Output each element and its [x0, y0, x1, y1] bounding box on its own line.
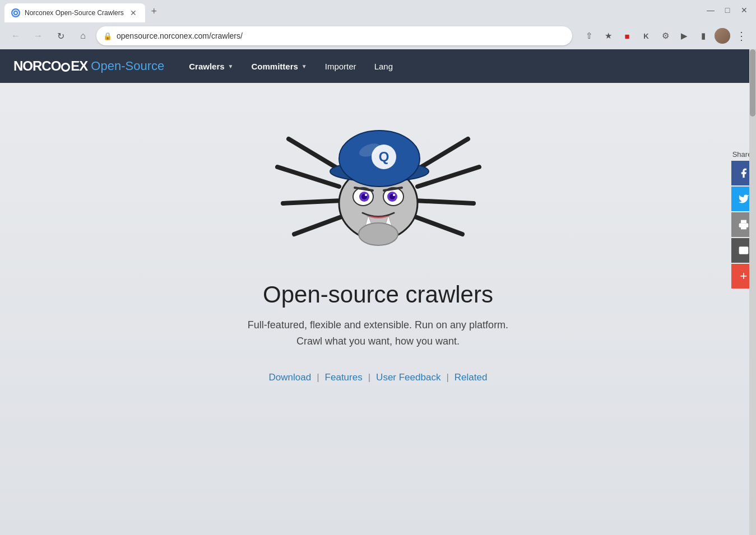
nav-importer[interactable]: Importer — [316, 49, 365, 83]
page-content: NORCOEX Open-Source Crawlers ▼ Committer… — [0, 49, 756, 535]
extension-k-icon[interactable]: K — [638, 28, 654, 44]
separator-3: | — [446, 372, 448, 383]
svg-point-19 — [365, 194, 367, 196]
separator-1: | — [317, 372, 319, 383]
reload-button[interactable]: ↻ — [52, 27, 69, 45]
hero-subtitle-line2: Crawl what you want, how you want. — [248, 333, 508, 350]
download-link[interactable]: Download — [269, 372, 312, 383]
title-bar: Norconex Open-Source Crawlers ✕ + — □ ✕ — [0, 0, 756, 22]
nav-lang[interactable]: Lang — [365, 49, 402, 83]
toolbar-icons: ⇧ ★ ■ K ⚙ ▶ ▮ ⋮ — [581, 28, 749, 44]
hero-links: Download | Features | User Feedback | Re… — [269, 372, 488, 383]
svg-rect-29 — [741, 226, 746, 230]
user-avatar[interactable] — [715, 28, 730, 44]
svg-point-28 — [359, 223, 398, 245]
features-link[interactable]: Features — [325, 372, 363, 383]
tab-title: Norconex Open-Source Crawlers — [25, 9, 124, 17]
security-lock-icon: 🔒 — [103, 32, 112, 40]
separator-2: | — [368, 372, 370, 383]
brand-name: NORCOEX — [13, 58, 87, 74]
nav-items: Crawlers ▼ Committers ▼ Importer Lang — [180, 49, 402, 83]
back-button[interactable]: ← — [7, 27, 25, 45]
sidebar-icon[interactable]: ▮ — [695, 28, 711, 44]
nav-crawlers[interactable]: Crawlers ▼ — [180, 49, 242, 83]
svg-line-8 — [415, 201, 474, 203]
spider-illustration: Q — [272, 105, 485, 264]
svg-line-9 — [409, 215, 462, 234]
svg-point-23 — [393, 194, 395, 196]
hero-section: Q — [0, 83, 756, 535]
svg-line-3 — [277, 167, 339, 187]
nav-committers[interactable]: Committers ▼ — [243, 49, 316, 83]
share-icon[interactable]: ⇧ — [581, 28, 597, 44]
shield-icon[interactable]: ■ — [619, 28, 635, 44]
svg-text:Q: Q — [378, 149, 389, 164]
hero-subtitle-line1: Full-featured, flexible and extensible. … — [248, 317, 508, 333]
browser-frame: Norconex Open-Source Crawlers ✕ + — □ ✕ … — [0, 0, 756, 535]
site-navigation: NORCOEX Open-Source Crawlers ▼ Committer… — [0, 49, 756, 83]
user-feedback-link[interactable]: User Feedback — [376, 372, 440, 383]
hero-subtitle: Full-featured, flexible and extensible. … — [248, 317, 508, 350]
brand-opensource-text: Open-Source — [91, 59, 164, 73]
tab-favicon — [11, 8, 20, 17]
svg-line-5 — [294, 215, 347, 234]
bookmark-icon[interactable]: ★ — [600, 28, 616, 44]
forward-button[interactable]: → — [29, 27, 47, 45]
site-wrapper: NORCOEX Open-Source Crawlers ▼ Committer… — [0, 49, 756, 535]
scrollbar[interactable] — [749, 49, 756, 535]
puzzle-icon[interactable]: ⚙ — [657, 28, 673, 44]
svg-line-4 — [283, 201, 342, 203]
committers-caret: ▼ — [302, 63, 307, 69]
home-button[interactable]: ⌂ — [74, 27, 92, 45]
media-icon[interactable]: ▶ — [676, 28, 692, 44]
menu-icon[interactable]: ⋮ — [734, 28, 749, 44]
address-bar[interactable]: 🔒 opensource.norconex.com/crawlers/ — [96, 26, 572, 45]
brand-logo[interactable]: NORCOEX Open-Source — [13, 58, 164, 74]
address-bar-row: ← → ↻ ⌂ 🔒 opensource.norconex.com/crawle… — [0, 22, 756, 49]
close-button[interactable]: ✕ — [737, 3, 752, 17]
url-text: opensource.norconex.com/crawlers/ — [117, 31, 565, 40]
hero-title: Open-source crawlers — [263, 281, 493, 308]
scrollbar-thumb[interactable] — [750, 49, 755, 117]
maximize-button[interactable]: □ — [720, 3, 735, 17]
crawlers-caret: ▼ — [228, 63, 234, 69]
window-controls: — □ ✕ — [703, 3, 752, 20]
tab-close-button[interactable]: ✕ — [128, 8, 138, 18]
related-link[interactable]: Related — [454, 372, 488, 383]
browser-tab[interactable]: Norconex Open-Source Crawlers ✕ — [4, 3, 145, 22]
new-tab-button[interactable]: + — [146, 3, 162, 19]
minimize-button[interactable]: — — [703, 3, 718, 17]
svg-point-1 — [15, 12, 17, 14]
